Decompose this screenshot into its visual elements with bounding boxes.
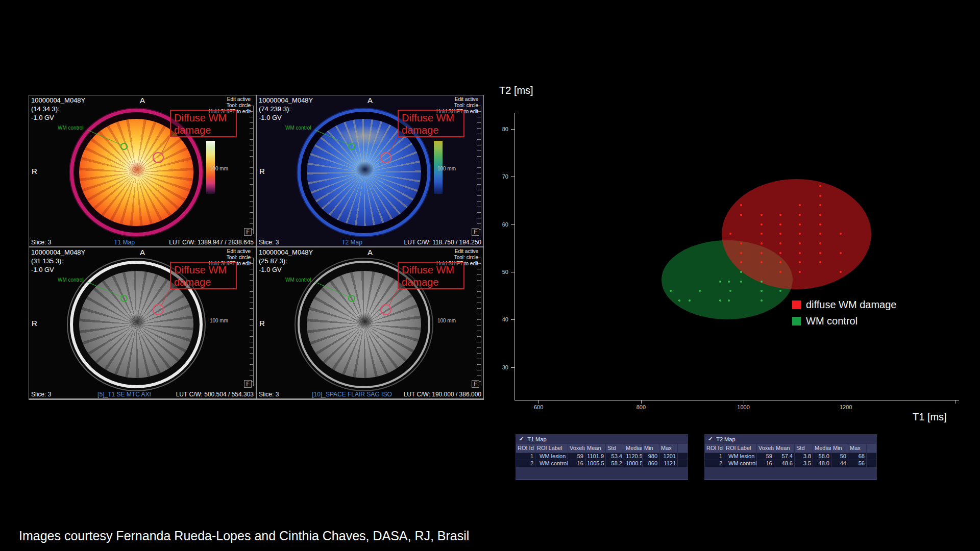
y-tick-label: 70: [502, 173, 508, 180]
column-header[interactable]: Min: [643, 444, 659, 453]
column-header[interactable]: Max: [848, 444, 866, 453]
column-header[interactable]: Std: [795, 444, 813, 453]
table-row[interactable]: 1WM lesion591101.953.41120.59801201: [516, 453, 688, 460]
roi-stats-table: ✔T1 MapROI IdROI LabelVoxelsMeanStdMedia…: [516, 434, 688, 480]
scale-label: 100 mm: [437, 166, 456, 171]
table-header-row: ROI IdROI LabelVoxelsMeanStdMedianMinMax: [516, 444, 688, 453]
flip-marker[interactable]: F: [244, 380, 252, 388]
x-tick: [744, 400, 744, 404]
table-title: T1 Map: [527, 436, 546, 442]
table-cell: 860: [643, 460, 659, 467]
slide-background: 100 mm 10000004_M048Y (14 34 3): -1.0 GV…: [0, 0, 980, 551]
column-header[interactable]: ROI Label: [724, 444, 756, 453]
scale-label: 100 mm: [437, 318, 456, 323]
viewer-panel[interactable]: 100 mm 10000004_M048Y (74 239 3): -1.0 G…: [257, 95, 483, 246]
table-cell: 57.4: [774, 453, 794, 460]
roi-circle-wm-lesion[interactable]: [153, 304, 164, 315]
scatter-point-damage: [779, 214, 781, 216]
scatter-point-damage: [740, 261, 742, 263]
column-header[interactable]: Voxels: [568, 444, 585, 453]
edit-hint-line: Tool: circle: [209, 103, 251, 109]
table-row[interactable]: 2WM control161005.558.21000.58601121: [516, 460, 688, 467]
slice-position: (14 34 3):: [31, 105, 85, 114]
slice-position: (25 87 3):: [259, 257, 313, 266]
column-header[interactable]: Median: [813, 444, 831, 453]
x-axis: [514, 400, 959, 400]
flip-marker[interactable]: F: [472, 380, 479, 388]
scatter-point-damage: [740, 204, 742, 206]
table-cell: 16: [568, 460, 585, 467]
scatter-point-damage: [819, 242, 821, 244]
orientation-right-label: R: [259, 319, 265, 328]
edit-hint-line: Edit active: [436, 96, 478, 103]
annotation-diffuse-wm-damage[interactable]: Diffuse WM damage: [170, 110, 237, 137]
flip-marker[interactable]: F: [244, 228, 252, 236]
table-cell: 44: [831, 460, 848, 467]
y-tick: [511, 272, 514, 272]
table-cell: 2: [516, 460, 535, 467]
scatter-point-damage: [761, 214, 763, 216]
roi-circle-wm-control[interactable]: [120, 295, 128, 302]
chart-legend: diffuse WM damage WM control: [792, 299, 897, 332]
map-label: T1 Map: [114, 239, 135, 246]
annotation-diffuse-wm-damage[interactable]: Diffuse WM damage: [398, 110, 464, 137]
column-header[interactable]: Max: [659, 444, 677, 453]
table-cell: 1201: [659, 453, 677, 460]
table-cell: 1000.5: [624, 460, 642, 467]
viewer-panel[interactable]: 100 mm 10000004_M048Y (25 87 3): -1.0 GV…: [257, 247, 483, 398]
roi-circle-wm-lesion[interactable]: [153, 152, 164, 163]
column-header[interactable]: ROI Id: [705, 444, 724, 453]
table-cell-filler: [678, 453, 688, 460]
annotation-diffuse-wm-damage[interactable]: Diffuse WM damage: [170, 262, 237, 289]
scatter-point-damage: [819, 252, 821, 254]
column-header[interactable]: Median: [624, 444, 642, 453]
patient-id: 10000004_M048Y: [31, 96, 85, 105]
patient-id: 10000004_M048Y: [259, 96, 313, 105]
table-cell-filler: [867, 460, 876, 467]
map-label: [5]_T1 SE MTC AXI: [97, 391, 151, 398]
flip-marker[interactable]: F: [472, 228, 479, 236]
map-label: T2 Map: [341, 239, 362, 246]
x-tick-label: 800: [636, 404, 646, 410]
roi-circle-wm-control[interactable]: [348, 295, 355, 302]
table-cell: WM lesion: [724, 453, 756, 460]
annotation-diffuse-wm-damage[interactable]: Diffuse WM damage: [398, 262, 464, 289]
scatter-point-damage: [740, 252, 742, 254]
viewer-grid: 100 mm 10000004_M048Y (14 34 3): -1.0 GV…: [29, 95, 484, 400]
slice-label: Slice: 3: [259, 391, 279, 398]
roi-circle-wm-lesion[interactable]: [380, 304, 391, 315]
column-header[interactable]: Mean: [585, 444, 605, 453]
brain-ventricles: [125, 159, 150, 180]
legend-swatch-control: [792, 317, 801, 325]
table-cell: 1101.9: [585, 453, 605, 460]
column-header[interactable]: Std: [606, 444, 624, 453]
y-axis: [514, 113, 515, 400]
edit-hint-line: Edit active: [209, 248, 251, 255]
roi-circle-wm-lesion[interactable]: [380, 152, 391, 163]
map-checkbox[interactable]: ✔: [519, 436, 524, 442]
column-header[interactable]: ROI Label: [535, 444, 568, 453]
patient-info: 10000004_M048Y (25 87 3): -1.0 GV: [259, 248, 313, 274]
table-row[interactable]: 2WM control1648.63.548.04456: [704, 460, 877, 467]
viewer-panel[interactable]: 100 mm 10000004_M048Y (31 135 3): -1.0 G…: [29, 247, 256, 398]
table-row[interactable]: 1WM lesion5957.43.858.05068: [704, 453, 877, 460]
table-header-row: ROI IdROI LabelVoxelsMeanStdMedianMinMax: [704, 444, 877, 453]
scale-ruler: [477, 106, 481, 234]
map-checkbox[interactable]: ✔: [708, 436, 713, 442]
table-cell: 1005.5: [585, 460, 605, 467]
viewer-panel[interactable]: 100 mm 10000004_M048Y (14 34 3): -1.0 GV…: [29, 95, 256, 246]
column-header[interactable]: Min: [831, 444, 848, 453]
roi-circle-wm-control[interactable]: [348, 143, 355, 150]
roi-circle-wm-control[interactable]: [120, 143, 128, 150]
cluster-ellipse-damage: [722, 179, 871, 290]
edit-hint-line: Edit active: [436, 248, 478, 255]
column-header[interactable]: Mean: [774, 444, 794, 453]
table-cell: 68: [848, 453, 866, 460]
scatter-point-damage: [761, 233, 763, 235]
column-header[interactable]: Voxels: [757, 444, 774, 453]
x-tick-label: 1000: [737, 404, 749, 410]
column-header[interactable]: ROI Id: [516, 444, 535, 453]
column-header-filler: [867, 444, 876, 453]
patient-info: 10000004_M048Y (14 34 3): -1.0 GV: [31, 96, 85, 122]
scale-ruler: [477, 258, 481, 386]
